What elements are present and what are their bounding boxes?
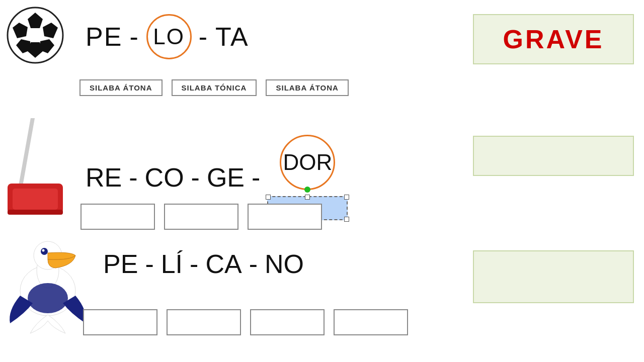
answer-box-re[interactable] [80, 204, 155, 230]
syllable-pe: PE [86, 22, 122, 52]
word-row-pelota: PE - LO - TA [86, 14, 249, 59]
syllable-pe3: PE [103, 249, 138, 279]
syllable-ta: TA [215, 22, 249, 52]
pelican-icon [5, 225, 91, 336]
answer-box-ge[interactable] [248, 204, 322, 230]
info-box-pelicano [473, 250, 634, 303]
answer-boxes-row2 [80, 204, 322, 230]
dash-s2-3: - [252, 162, 260, 193]
green-dot [304, 187, 310, 193]
silaba-atona-2: SILABA ÁTONA [266, 79, 349, 96]
grave-box: GRAVE [473, 14, 634, 64]
answer-box-no3[interactable] [334, 309, 408, 335]
syllable-ge: GE [207, 162, 245, 193]
handle-tm [305, 195, 310, 200]
dash-s3-2: - [190, 249, 198, 279]
syllable-ca3: CA [205, 249, 242, 279]
answer-box-li3[interactable] [167, 309, 241, 335]
dash-s3-1: - [145, 249, 153, 279]
dash-1: - [129, 22, 139, 52]
soccer-ball-icon [5, 5, 65, 65]
answer-box-co[interactable] [164, 204, 238, 230]
syllable-li3: LÍ [161, 249, 183, 279]
grave-label: GRAVE [503, 24, 604, 54]
svg-point-15 [42, 249, 45, 252]
answer-box-pe3[interactable] [83, 309, 157, 335]
svg-line-7 [20, 118, 33, 189]
silaba-atona-1: SILABA ÁTONA [79, 79, 163, 96]
answer-box-ca3[interactable] [250, 309, 325, 335]
dash-2: - [199, 22, 208, 52]
svg-point-14 [41, 248, 48, 255]
tonic-syllable-lo: LO [146, 14, 192, 59]
info-box-recogedor [473, 136, 634, 176]
handle-tl [266, 195, 271, 200]
handle-tr [344, 195, 349, 200]
dustpan-icon [5, 118, 65, 199]
silaba-tonica-1: SILABA TÓNICA [172, 79, 257, 96]
syllable-no3: NO [265, 249, 304, 279]
tonic-syllable-dor: DOR [280, 135, 335, 190]
syllable-co: CO [145, 162, 184, 193]
dash-s3-3: - [249, 249, 258, 279]
dash-s2-2: - [191, 162, 200, 193]
svg-rect-10 [13, 189, 58, 210]
syllable-re: RE [86, 162, 122, 193]
svg-point-16 [28, 283, 68, 313]
word-row-pelicano: PE - LÍ - CA - NO [103, 249, 304, 279]
handle-br [344, 217, 349, 222]
silaba-labels-row1: SILABA ÁTONA SILABA TÓNICA SILABA ÁTONA [79, 79, 349, 96]
svg-rect-9 [8, 210, 63, 215]
dash-s2-1: - [129, 162, 137, 193]
answer-boxes-row3 [83, 309, 408, 335]
